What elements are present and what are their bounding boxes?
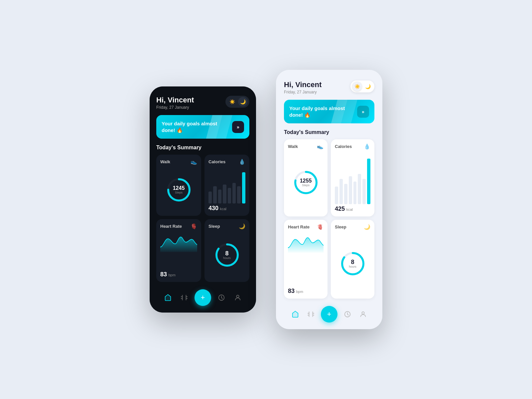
dark-greeting-date: Friday, 27 January: [156, 105, 194, 110]
dark-nav-add[interactable]: +: [195, 289, 211, 306]
light-header: Hi, Vincent Friday, 27 January ☀️ 🌙: [284, 80, 374, 94]
light-sleep-icon: 🌙: [364, 224, 370, 230]
dark-bar-3: [218, 190, 221, 203]
light-add-icon: +: [327, 311, 332, 318]
dark-bar-5: [228, 188, 231, 203]
light-calories-value-row: 425 kcal: [335, 205, 370, 212]
dark-heart-title: Heart Rate: [160, 224, 182, 229]
dark-add-icon: +: [201, 294, 205, 301]
light-walk-label: Steps: [300, 184, 312, 187]
svg-point-11: [362, 312, 364, 314]
light-bar-2: [339, 179, 343, 204]
dark-bar-2: [213, 186, 216, 203]
light-bar-8-active: [367, 159, 370, 204]
light-bar-3: [344, 184, 347, 204]
light-cards-grid: Walk 👟 1255 Steps: [284, 139, 374, 299]
dark-bar-1: [208, 192, 212, 203]
dark-calories-bars: [208, 168, 245, 205]
dark-walk-circle-container: 1245 Steps: [160, 168, 197, 212]
dark-calories-num: 430: [208, 205, 218, 211]
dark-moon-toggle[interactable]: 🌙: [238, 97, 247, 106]
light-sleep-text: 8 hours: [349, 259, 356, 268]
light-heart-value-row: 83 bpm: [288, 288, 324, 295]
light-walk-circle-container: 1255 Steps: [288, 152, 324, 212]
dark-heart-header: Heart Rate 🫀: [160, 223, 197, 229]
light-calories-num: 425: [335, 205, 345, 212]
dark-heart-icon: 🫀: [191, 223, 197, 229]
dark-bottom-nav: +: [156, 285, 249, 313]
dark-banner[interactable]: Your daily goals almost done! 🔥 »: [156, 115, 249, 139]
dark-walk-card: Walk 👟 1245 Steps: [156, 155, 201, 216]
light-nav-history[interactable]: [341, 308, 353, 320]
light-bar-6: [358, 174, 361, 204]
light-walk-text: 1255 Steps: [300, 178, 312, 187]
dark-sleep-card: Sleep 🌙 8 hours: [204, 219, 249, 282]
light-sun-toggle[interactable]: ☀️: [352, 82, 362, 91]
light-greeting-date: Friday, 27 January: [284, 90, 322, 94]
dark-calories-title: Calories: [208, 159, 225, 164]
light-nav-profile[interactable]: [357, 308, 369, 320]
light-sleep-card: Sleep 🌙 8 hours: [331, 220, 374, 299]
dark-sleep-circle-container: 8 hours: [208, 232, 245, 278]
dark-banner-btn[interactable]: »: [232, 121, 244, 133]
light-nav-workout[interactable]: [305, 308, 317, 320]
dark-walk-text: 1245 Steps: [173, 186, 185, 194]
dark-nav-home[interactable]: [162, 292, 174, 304]
dark-walk-title: Walk: [160, 159, 170, 164]
light-calories-unit: kcal: [346, 207, 353, 211]
dark-heart-card: Heart Rate 🫀: [156, 219, 201, 282]
dark-cards-grid: Walk 👟 1245 Steps: [156, 155, 249, 282]
light-screen: Hi, Vincent Friday, 27 January ☀️ 🌙 Your…: [276, 70, 382, 329]
dark-walk-label: Steps: [173, 191, 185, 194]
dark-header: Hi, Vincent Friday, 27 January ☀️ 🌙: [156, 96, 249, 110]
light-banner-btn[interactable]: »: [357, 106, 369, 118]
light-calories-header: Calories 💧: [335, 143, 370, 150]
light-walk-icon: 👟: [317, 143, 324, 150]
light-bar-7: [362, 179, 366, 204]
dark-calories-unit: kcal: [220, 207, 227, 211]
dark-sleep-header: Sleep 🌙: [208, 223, 245, 229]
dark-summary-title: Today's Summary: [156, 145, 249, 151]
dark-sun-toggle[interactable]: ☀️: [227, 97, 237, 106]
dark-calories-value-row: 430 kcal: [208, 205, 245, 212]
dark-sleep-circle: 8 hours: [214, 242, 240, 268]
phones-container: Hi, Vincent Friday, 27 January ☀️ 🌙 Your…: [150, 70, 382, 329]
light-sleep-circle-container: 8 hours: [335, 233, 370, 295]
light-banner[interactable]: Your daily goals almost done! 🔥 »: [284, 100, 374, 123]
dark-walk-icon: 👟: [191, 159, 197, 165]
light-greeting: Hi, Vincent Friday, 27 January: [284, 80, 322, 94]
dark-sleep-title: Sleep: [208, 224, 220, 229]
dark-heart-value-row: 83 bpm: [160, 271, 197, 278]
light-bar-1: [335, 187, 338, 204]
dark-nav-history[interactable]: [215, 292, 227, 304]
light-calories-title: Calories: [335, 144, 352, 149]
dark-bar-6: [232, 183, 236, 203]
light-sleep-label: hours: [349, 265, 356, 268]
light-heart-unit: bpm: [296, 290, 303, 294]
light-banner-text: Your daily goals almost done! 🔥: [289, 105, 357, 118]
light-greeting-name: Hi, Vincent: [284, 80, 322, 89]
light-summary-title: Today's Summary: [284, 129, 374, 135]
light-walk-card: Walk 👟 1255 Steps: [284, 139, 328, 216]
light-phone: Hi, Vincent Friday, 27 January ☀️ 🌙 Your…: [276, 70, 382, 329]
dark-bar-7: [237, 186, 240, 203]
light-theme-toggle[interactable]: ☀️ 🌙: [350, 80, 374, 92]
dark-nav-profile[interactable]: [232, 292, 244, 304]
dark-sleep-label: hours: [223, 256, 231, 260]
light-nav-add[interactable]: +: [321, 306, 337, 323]
light-moon-toggle[interactable]: 🌙: [363, 82, 372, 91]
light-calories-bars: [335, 152, 370, 205]
dark-walk-header: Walk 👟: [160, 159, 197, 165]
light-calories-card: Calories 💧 425: [331, 139, 374, 216]
dark-nav-workout[interactable]: [178, 292, 190, 304]
dark-heart-wave: [160, 232, 197, 271]
dark-phone: Hi, Vincent Friday, 27 January ☀️ 🌙 Your…: [150, 86, 256, 313]
light-heart-num: 83: [288, 288, 295, 294]
dark-theme-toggle[interactable]: ☀️ 🌙: [225, 96, 249, 108]
light-nav-home[interactable]: [289, 308, 301, 320]
dark-sleep-hours: 8: [223, 250, 231, 256]
dark-calories-icon: 💧: [239, 159, 245, 165]
dark-heart-unit: bpm: [168, 273, 175, 277]
dark-greeting-name: Hi, Vincent: [156, 96, 194, 104]
svg-point-5: [237, 295, 239, 298]
